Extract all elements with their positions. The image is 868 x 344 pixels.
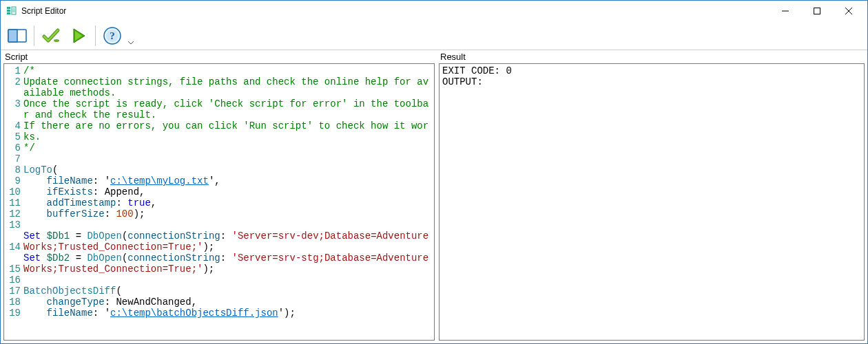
code-line: /*: [23, 65, 433, 76]
run-script-button[interactable]: [66, 23, 91, 48]
code-line: [23, 153, 433, 164]
help-icon: ?: [103, 26, 122, 45]
chevron-down-icon: [128, 41, 134, 45]
script-panel: Script 12.3.45678910111213.14.1516171819…: [3, 50, 435, 341]
close-button[interactable]: [833, 1, 865, 21]
check-icon: [41, 27, 61, 45]
svg-rect-1: [7, 10, 10, 12]
code-line: fileName: 'c:\temp\batchObjectsDiff.json…: [23, 308, 433, 319]
code-line: fileName: 'c:\temp\myLog.txt',: [23, 175, 433, 186]
code-content[interactable]: /*Update connection strings, file paths …: [22, 64, 434, 331]
script-panel-label: Script: [3, 50, 435, 63]
svg-rect-3: [12, 7, 16, 14]
code-line: [23, 219, 433, 230]
result-panel-label: Result: [439, 50, 865, 63]
toolbar-separator: [34, 25, 34, 46]
minimize-button[interactable]: [769, 1, 801, 21]
play-icon: [70, 27, 87, 45]
panels-button[interactable]: [5, 23, 30, 48]
output-label: OUTPUT:: [442, 76, 483, 87]
toolbar-separator: [95, 25, 96, 46]
script-editor[interactable]: 12.3.45678910111213.14.1516171819 /*Upda…: [3, 63, 435, 341]
titlebar: Script Editor: [1, 1, 867, 21]
code-line: LogTo(: [23, 164, 433, 175]
exit-code-label: EXIT CODE:: [442, 65, 506, 76]
code-line: Set $Db2 = DbOpen(connectionString: 'Ser…: [23, 252, 433, 275]
code-line: changeType: NewAndChanged,: [23, 297, 433, 308]
window-title: Script Editor: [21, 6, 66, 16]
toolbar-overflow[interactable]: [127, 23, 134, 48]
code-line: ifExists: Append,: [23, 186, 433, 197]
code-line: Once the script is ready, click 'Check s…: [23, 98, 433, 120]
code-line: [23, 319, 433, 330]
help-button[interactable]: ?: [100, 23, 125, 48]
check-script-button[interactable]: [39, 23, 63, 48]
svg-point-13: [54, 39, 59, 42]
code-line: [23, 275, 433, 286]
svg-rect-0: [7, 7, 10, 9]
code-line: Set $Db1 = DbOpen(connectionString: 'Ser…: [23, 230, 433, 252]
code-line: BatchObjectsDiff(: [23, 286, 433, 297]
app-icon: [6, 6, 17, 17]
panels-icon: [7, 27, 28, 45]
result-panel: Result EXIT CODE: 0 OUTPUT:: [439, 50, 865, 341]
svg-rect-8: [814, 8, 820, 14]
result-output[interactable]: EXIT CODE: 0 OUTPUT:: [439, 63, 865, 341]
toolbar: ?: [1, 21, 867, 50]
code-line: Update connection strings, file paths an…: [23, 76, 433, 98]
exit-code-value: 0: [506, 65, 511, 76]
maximize-button[interactable]: [801, 1, 833, 21]
svg-rect-12: [8, 30, 17, 42]
svg-text:?: ?: [110, 30, 115, 41]
code-line: addTimestamp: true,: [23, 197, 433, 208]
svg-rect-2: [7, 12, 10, 14]
code-line: If there are no errors, you can click 'R…: [23, 120, 433, 142]
code-line: bufferSize: 100);: [23, 208, 433, 219]
line-gutter: 12.3.45678910111213.14.1516171819: [4, 64, 22, 331]
code-line: */: [23, 142, 433, 153]
